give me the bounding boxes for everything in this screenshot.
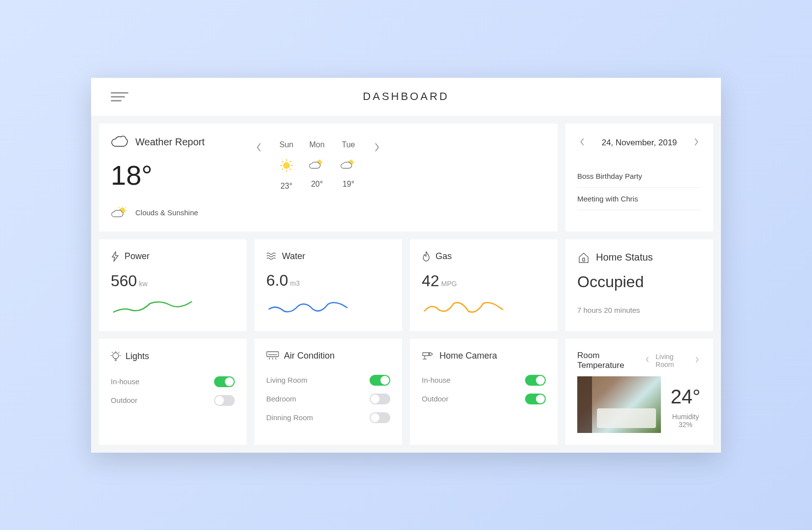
sunny-icon — [279, 158, 294, 173]
svg-rect-32 — [267, 352, 279, 357]
gas-value: 42 — [422, 272, 439, 290]
svg-line-10 — [282, 161, 283, 163]
gas-sparkline — [422, 298, 505, 317]
lights-row-1: Outdoor — [111, 391, 235, 410]
water-card[interactable]: Water 6.0m3 — [254, 239, 402, 331]
room-humidity: Humidity 32% — [670, 413, 701, 429]
partly-cloudy-icon — [340, 158, 357, 171]
ac-card: Air Condition Living Room Bedroom Dinnin… — [254, 339, 402, 445]
ac-row-0: Living Room — [266, 371, 390, 390]
bolt-icon — [111, 251, 120, 262]
calendar-date: 24, November, 2019 — [601, 138, 677, 148]
power-value: 560 — [111, 272, 137, 290]
forecast-prev-button[interactable] — [253, 140, 264, 156]
home-status-value: Occupied — [577, 273, 701, 291]
ac-toggle-dinningroom[interactable] — [370, 412, 390, 423]
calendar-next-button[interactable] — [691, 135, 701, 150]
home-icon — [577, 251, 590, 264]
gas-unit: MPG — [441, 280, 457, 288]
page-title: DASHBOARD — [363, 90, 449, 103]
camera-toggle-inhouse[interactable] — [525, 375, 546, 386]
home-status-duration: 7 hours 20 minutes — [577, 306, 701, 314]
calendar-prev-button[interactable] — [577, 135, 587, 150]
svg-marker-22 — [112, 252, 118, 262]
ac-title: Air Condition — [284, 351, 335, 361]
svg-line-31 — [119, 352, 120, 353]
ac-row-2: Dinning Room — [266, 408, 390, 427]
home-status-card: Home Status Occupied 7 hours 20 minutes — [565, 239, 713, 331]
svg-line-21 — [353, 159, 354, 160]
chevron-right-icon — [693, 137, 699, 146]
weather-condition-text: Clouds & Sunshine — [135, 208, 198, 217]
camera-toggle-outdoor[interactable] — [525, 394, 546, 404]
chevron-right-icon — [695, 356, 699, 363]
water-sparkline — [266, 297, 350, 317]
flame-icon — [422, 251, 431, 262]
lights-row-0: In-house — [111, 372, 235, 391]
app-frame: DASHBOARD Weather Report 18° Clouds & Su… — [91, 78, 721, 453]
weather-title: Weather Report — [135, 136, 205, 148]
forecast-day-2: Tue 19° — [340, 140, 357, 189]
partly-cloudy-icon — [111, 206, 128, 220]
svg-point-37 — [429, 354, 430, 355]
power-title: Power — [125, 251, 150, 262]
chevron-left-icon — [645, 356, 650, 363]
power-sparkline — [111, 298, 194, 317]
chevron-right-icon — [374, 142, 380, 152]
ac-toggle-bedroom[interactable] — [370, 394, 390, 404]
lights-title: Lights — [125, 351, 149, 362]
forecast-day-1: Mon 20° — [309, 140, 325, 189]
forecast-day-0: Sun 23° — [279, 140, 294, 191]
waves-icon — [266, 252, 277, 260]
chevron-left-icon — [255, 142, 262, 152]
ac-toggle-livingroom[interactable] — [370, 375, 390, 386]
room-photo — [577, 376, 661, 433]
home-status-title: Home Status — [596, 252, 653, 263]
camera-row-0: In-house — [422, 371, 546, 390]
bulb-icon — [111, 351, 121, 363]
chevron-left-icon — [579, 137, 585, 146]
room-prev-button[interactable] — [643, 354, 652, 366]
lights-toggle-outdoor[interactable] — [214, 395, 235, 406]
partly-cloudy-icon — [309, 158, 325, 171]
camera-title: Home Camera — [439, 351, 497, 361]
camera-card: Home Camera In-house Outdoor — [410, 339, 558, 445]
svg-line-3 — [125, 207, 126, 208]
svg-line-12 — [282, 168, 283, 170]
power-card[interactable]: Power 560kw — [99, 239, 247, 331]
menu-icon[interactable] — [111, 90, 128, 104]
lights-card: Lights In-house Outdoor — [99, 339, 247, 445]
cloud-icon — [111, 135, 128, 149]
ac-icon — [266, 351, 279, 360]
lights-toggle-inhouse[interactable] — [214, 376, 235, 387]
room-name: Living Room — [656, 353, 689, 368]
room-next-button[interactable] — [693, 354, 701, 366]
camera-icon — [422, 351, 435, 360]
calendar-event[interactable]: Meeting with Chris — [577, 188, 701, 210]
svg-line-30 — [112, 352, 113, 353]
svg-line-4 — [119, 207, 120, 208]
water-title: Water — [282, 251, 305, 262]
power-unit: kw — [139, 280, 147, 288]
water-unit: m3 — [290, 279, 299, 287]
svg-line-34 — [269, 358, 270, 360]
gas-title: Gas — [436, 251, 452, 262]
forecast-next-button[interactable] — [372, 140, 382, 156]
calendar-event[interactable]: Boss Birthday Party — [577, 165, 701, 188]
header: DASHBOARD — [91, 78, 721, 116]
weather-current-temp: 18° — [111, 159, 234, 191]
svg-line-36 — [276, 358, 276, 360]
svg-point-5 — [283, 163, 289, 168]
gas-card[interactable]: Gas 42MPG — [410, 239, 558, 331]
water-value: 6.0 — [266, 271, 288, 289]
calendar-card: 24, November, 2019 Boss Birthday Party M… — [565, 124, 713, 232]
content-grid: Weather Report 18° Clouds & Sunshine Sun… — [91, 116, 721, 453]
svg-line-11 — [290, 168, 291, 170]
svg-point-24 — [113, 353, 119, 359]
camera-row-1: Outdoor — [422, 390, 546, 408]
svg-rect-23 — [583, 258, 585, 261]
room-temp-card: Room Temperature Living Room 24° Humidit… — [565, 339, 713, 445]
svg-line-17 — [321, 159, 322, 160]
room-temperature-value: 24° — [670, 386, 701, 408]
weather-card: Weather Report 18° Clouds & Sunshine Sun… — [99, 124, 558, 232]
